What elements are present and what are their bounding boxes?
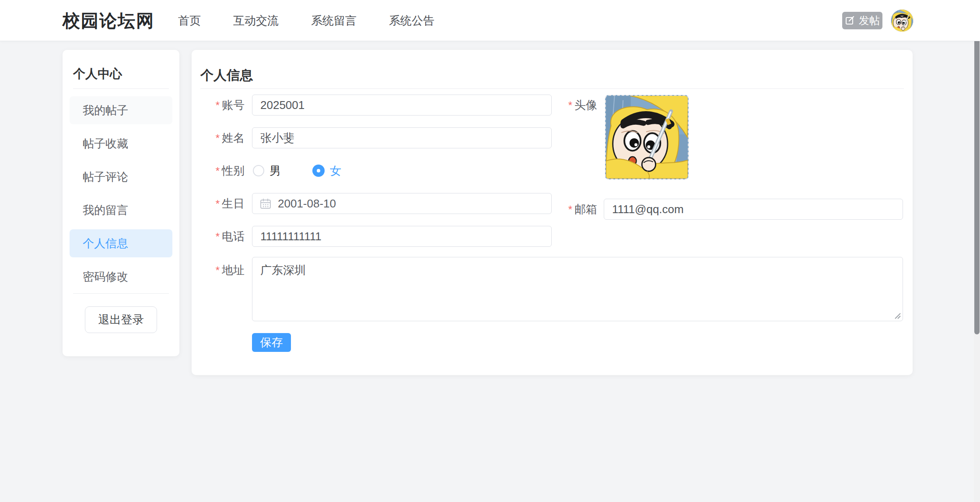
page-title: 个人信息 [200,67,253,84]
sidebar-divider [73,88,169,89]
required-mark: * [216,198,220,210]
gender-radio-group: 男 女 [253,160,341,181]
avatar-label: *头像 [544,95,597,116]
required-mark: * [216,231,220,242]
address-textarea[interactable]: 广东深圳 [252,257,903,321]
gender-radio-male[interactable]: 男 [253,163,281,179]
nav-item-messages[interactable]: 系统留言 [311,13,357,28]
edit-pen-icon [845,15,855,26]
scrollbar-thumb[interactable] [974,3,980,334]
name-label: *姓名 [192,127,245,149]
main-nav: 首页 互动交流 系统留言 系统公告 [178,0,434,41]
post-button-label: 发帖 [859,14,880,28]
top-navbar: 校园论坛网 首页 互动交流 系统留言 系统公告 发帖 [0,0,980,41]
sidebar-menu: 我的帖子 帖子收藏 帖子评论 我的留言 个人信息 密码修改 [70,96,172,291]
user-avatar[interactable] [891,9,914,32]
avatar-image [891,10,914,32]
gender-radio-female[interactable]: 女 [312,163,341,179]
post-button[interactable]: 发帖 [842,12,882,29]
birthday-date-picker[interactable]: 2001-08-10 [252,193,552,214]
title-divider [200,88,904,89]
sidebar-personal-center: 个人中心 我的帖子 帖子收藏 帖子评论 我的留言 个人信息 密码修改 退出登录 [63,50,179,356]
name-input[interactable] [252,127,552,148]
calendar-icon [259,197,272,210]
email-input[interactable] [604,199,903,220]
required-mark: * [216,264,220,276]
sidebar-item-post-favorites[interactable]: 帖子收藏 [70,130,172,158]
birthday-label: *生日 [192,193,245,214]
account-label: *账号 [192,95,245,116]
sidebar-item-personal-info[interactable]: 个人信息 [70,229,172,257]
address-field-wrap: 广东深圳 [252,257,903,321]
avatar-upload[interactable] [605,95,689,179]
gender-option-male: 男 [270,163,281,179]
nav-item-announcements[interactable]: 系统公告 [389,13,434,28]
nav-item-interaction[interactable]: 互动交流 [233,13,279,28]
logout-button[interactable]: 退出登录 [85,306,157,333]
radio-circle-unchecked[interactable] [253,165,264,176]
required-mark: * [568,99,572,111]
sidebar-title: 个人中心 [73,66,122,82]
sidebar-item-change-password[interactable]: 密码修改 [70,263,172,291]
account-input[interactable] [252,95,552,116]
required-mark: * [216,132,220,144]
phone-label: *电话 [192,226,245,247]
personal-info-panel: 个人信息 *账号 *姓名 *性别 男 女 *生日 [192,50,913,375]
birthday-value: 2001-08-10 [278,197,336,211]
gender-label: *性别 [192,160,245,182]
avatar-image [606,96,688,179]
nav-item-home[interactable]: 首页 [178,13,201,28]
page-scrollbar[interactable] [974,0,980,502]
sidebar-item-my-messages[interactable]: 我的留言 [70,196,172,224]
sidebar-item-my-posts[interactable]: 我的帖子 [70,96,172,124]
required-mark: * [216,99,220,111]
required-mark: * [216,165,220,177]
radio-circle-checked[interactable] [312,165,325,177]
address-label: *地址 [192,260,245,281]
sidebar-item-post-comments[interactable]: 帖子评论 [70,163,172,191]
gender-option-female: 女 [330,163,341,179]
site-logo: 校园论坛网 [63,0,154,41]
save-button[interactable]: 保存 [252,333,291,352]
email-label: *邮箱 [544,199,597,220]
required-mark: * [568,204,572,215]
sidebar-divider [73,293,169,294]
phone-input[interactable] [252,226,552,247]
